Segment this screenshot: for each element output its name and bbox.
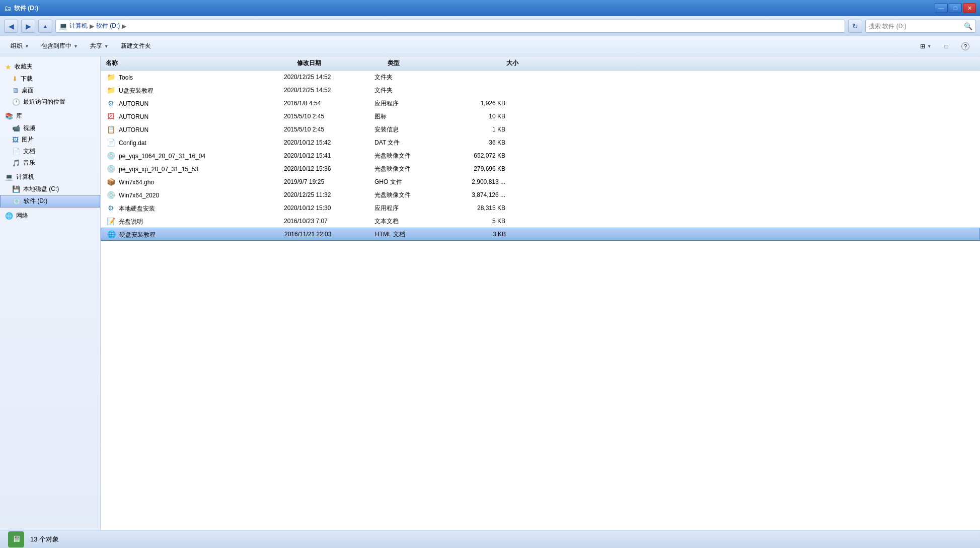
statusbar-icon: 🖥 [8, 531, 24, 547]
table-row[interactable]: 💿pe_yqs_1064_20_07_31_16_04 2020/10/12 1… [101, 149, 980, 162]
library-dropdown-icon: ▼ [73, 44, 78, 49]
status-count: 13 个对象 [30, 535, 59, 544]
table-row[interactable]: 📦Win7x64.gho 2019/9/7 19:25 GHO 文件 2,900… [101, 175, 980, 188]
file-size-cell: 1,926 KB [445, 100, 505, 107]
table-row[interactable]: 📋AUTORUN 2015/5/10 2:45 安装信息 1 KB [101, 123, 980, 136]
file-icon: 🖼 [106, 111, 116, 121]
sidebar-item-video[interactable]: 📹 视频 [0, 122, 100, 134]
column-date[interactable]: 修改日期 [297, 59, 388, 67]
file-date-cell: 2020/12/25 14:52 [284, 74, 374, 81]
library-icon: 📚 [5, 112, 13, 120]
file-type-cell: 安装信息 [374, 125, 445, 134]
titlebar-title: 软件 (D:) [14, 4, 38, 13]
table-row[interactable]: 📄Config.dat 2020/10/12 15:42 DAT 文件 36 K… [101, 136, 980, 149]
table-row[interactable]: ⚙本地硬盘安装 2020/10/12 15:30 应用程序 28,315 KB [101, 201, 980, 215]
table-row[interactable]: 🌐硬盘安装教程 2016/11/21 22:03 HTML 文档 3 KB [101, 228, 980, 241]
table-row[interactable]: 💿pe_yqs_xp_20_07_31_15_53 2020/10/12 15:… [101, 162, 980, 175]
file-icon: 📝 [106, 216, 116, 226]
sidebar-item-music[interactable]: 🎵 音乐 [0, 157, 100, 169]
path-computer[interactable]: 计算机 [69, 22, 88, 30]
table-row[interactable]: 📝光盘说明 2016/10/23 7:07 文本文档 5 KB [101, 215, 980, 228]
include-in-library-button[interactable]: 包含到库中 ▼ [36, 39, 84, 54]
refresh-button[interactable]: ↻ [848, 20, 862, 33]
help-button[interactable]: ? [956, 39, 975, 54]
sidebar-item-image[interactable]: 🖼 图片 [0, 134, 100, 146]
app-icon: 🖥 [12, 534, 21, 544]
sidebar-item-local-c[interactable]: 💾 本地磁盘 (C:) [0, 183, 100, 195]
preview-button[interactable]: □ [939, 39, 954, 54]
docs-icon: 📄 [12, 148, 20, 155]
table-row[interactable]: 📁Tools 2020/12/25 14:52 文件夹 [101, 71, 980, 84]
sidebar-item-docs[interactable]: 📄 文档 [0, 146, 100, 157]
table-row[interactable]: 💿Win7x64_2020 2020/12/25 11:32 光盘映像文件 3,… [101, 188, 980, 201]
file-type-cell: 应用程序 [374, 99, 445, 108]
file-type-cell: 光盘映像文件 [374, 152, 445, 160]
sidebar-item-desktop[interactable]: 🖥 桌面 [0, 85, 100, 96]
sidebar-network-header[interactable]: 🌐 网络 [0, 210, 100, 222]
sidebar-network-section: 🌐 网络 [0, 210, 100, 222]
file-date-cell: 2015/5/10 2:45 [284, 126, 374, 133]
file-name-cell: 📁U盘安装教程 [106, 85, 284, 95]
minimize-button[interactable]: — [935, 3, 948, 13]
file-icon: 💿 [106, 190, 116, 200]
up-button[interactable]: ▲ [38, 20, 52, 33]
file-icon: ⚙ [106, 98, 116, 108]
file-date-cell: 2016/11/21 22:03 [284, 231, 375, 238]
file-size-cell: 36 KB [445, 139, 505, 146]
organize-button[interactable]: 组织 ▼ [5, 39, 35, 54]
table-row[interactable]: 📁U盘安装教程 2020/12/25 14:52 文件夹 [101, 84, 980, 97]
file-date-cell: 2020/10/12 15:42 [284, 139, 374, 146]
main-layout: ★ 收藏夹 ⬇ 下载 🖥 桌面 🕐 最近访问的位置 📚 库 � [0, 56, 980, 530]
sidebar-favorites-header[interactable]: ★ 收藏夹 [0, 60, 100, 73]
new-folder-label: 新建文件夹 [121, 42, 151, 50]
file-date-cell: 2020/10/12 15:30 [284, 204, 374, 212]
file-icon: 📦 [106, 177, 116, 187]
include-in-library-label: 包含到库中 [41, 42, 71, 50]
file-size-cell: 279,696 KB [445, 165, 505, 172]
address-path[interactable]: 💻 计算机 ▶ 软件 (D:) ▶ [55, 20, 845, 33]
sidebar-item-software-d[interactable]: 💿 软件 (D:) [0, 195, 100, 208]
file-icon: 🌐 [106, 229, 116, 239]
drive-c-icon: 💾 [12, 185, 20, 193]
table-row[interactable]: 🖼AUTORUN 2015/5/10 2:45 图标 10 KB [101, 110, 980, 123]
sidebar-library-section: 📚 库 📹 视频 🖼 图片 📄 文档 🎵 音乐 [0, 110, 100, 169]
favorites-label: 收藏夹 [15, 62, 33, 71]
file-size-cell: 3,874,126 ... [445, 191, 505, 198]
sidebar-library-header[interactable]: 📚 库 [0, 110, 100, 122]
path-sep-2: ▶ [122, 23, 126, 30]
column-size[interactable]: 大小 [458, 59, 518, 67]
view-button[interactable]: ⊞ ▼ [915, 39, 937, 54]
new-folder-button[interactable]: 新建文件夹 [115, 39, 157, 54]
column-name[interactable]: 名称 [106, 59, 297, 67]
help-icon: ? [961, 42, 969, 50]
file-name-cell: ⚙AUTORUN [106, 98, 284, 108]
recent-label: 最近访问的位置 [23, 98, 65, 106]
maximize-button[interactable]: □ [949, 3, 962, 13]
close-button[interactable]: ✕ [963, 3, 976, 13]
sidebar-item-recent[interactable]: 🕐 最近访问的位置 [0, 96, 100, 108]
network-label: 网络 [16, 212, 28, 220]
file-date-cell: 2020/12/25 14:52 [284, 87, 374, 94]
sidebar-computer-section: 💻 计算机 💾 本地磁盘 (C:) 💿 软件 (D:) [0, 171, 100, 208]
downloads-icon: ⬇ [12, 75, 18, 83]
file-size-cell: 2,900,813 ... [445, 178, 505, 185]
file-name-cell: 🖼AUTORUN [106, 111, 284, 121]
organize-label: 组织 [11, 42, 23, 50]
search-input[interactable] [869, 23, 962, 30]
sidebar-computer-header[interactable]: 💻 计算机 [0, 171, 100, 183]
forward-button[interactable]: ▶ [21, 20, 35, 33]
path-drive[interactable]: 软件 (D:) [96, 22, 120, 30]
file-size-cell: 10 KB [445, 113, 505, 120]
search-box[interactable]: 🔍 [865, 20, 976, 33]
share-button[interactable]: 共享 ▼ [85, 39, 114, 54]
column-type[interactable]: 类型 [388, 59, 458, 67]
back-button[interactable]: ◀ [4, 20, 18, 33]
file-size-cell: 5 KB [445, 218, 505, 225]
file-date-cell: 2016/1/8 4:54 [284, 100, 374, 107]
local-c-label: 本地磁盘 (C:) [23, 185, 59, 193]
sidebar-item-downloads[interactable]: ⬇ 下载 [0, 73, 100, 85]
file-icon: 📄 [106, 138, 116, 148]
table-row[interactable]: ⚙AUTORUN 2016/1/8 4:54 应用程序 1,926 KB [101, 97, 980, 110]
file-type-cell: 应用程序 [374, 204, 445, 213]
file-icon: 📁 [106, 72, 116, 82]
